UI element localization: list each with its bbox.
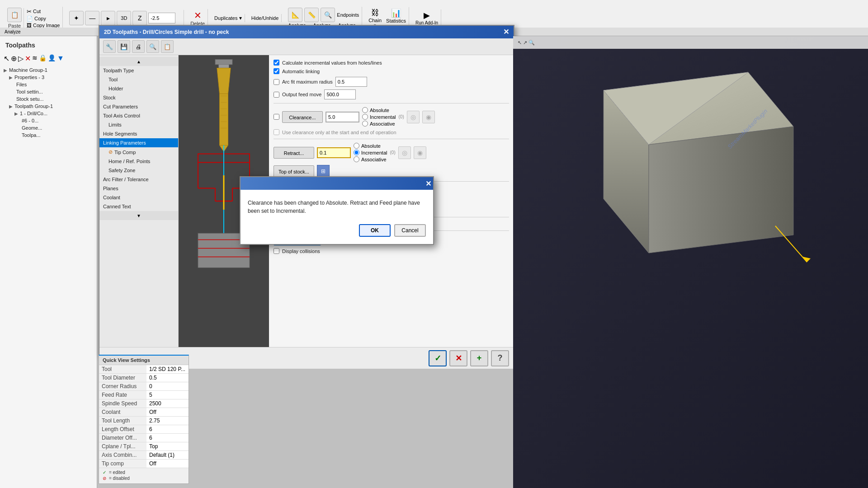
nav-item-stock[interactable]: Stock	[99, 93, 178, 102]
draw-btn-2[interactable]: —	[85, 11, 99, 25]
tree-item[interactable]: ▶Toolpath Group-1	[2, 103, 95, 110]
dialog-ok-button[interactable]: ✓	[429, 350, 447, 366]
overlay-buttons: OK Cancel	[248, 224, 426, 237]
arc-fit-input[interactable]	[335, 77, 367, 87]
run-addin-button[interactable]: ▶ Run Add-In	[415, 10, 438, 25]
clearance-button[interactable]: Clearance...	[282, 111, 323, 123]
z-value-display[interactable]: -2.5	[148, 13, 175, 23]
nav-item-safety-zone[interactable]: Safety Zone	[99, 166, 178, 175]
clearance-input[interactable]	[326, 112, 359, 122]
tree-item[interactable]: Stock setu...	[2, 95, 95, 103]
draw-btn-3[interactable]: ▸	[101, 11, 115, 25]
sidebar-icon-1[interactable]: ↖	[4, 54, 9, 63]
qv-label: Coolant	[99, 408, 146, 416]
draw-tools-group: ✦ — ▸ 3D Z -2.5	[66, 10, 184, 26]
dlg-tool-1[interactable]: 🔧	[103, 40, 116, 53]
nav-item-limits[interactable]: Limits	[99, 120, 178, 129]
nav-item-cut-parameters[interactable]: Cut Parameters	[99, 102, 178, 111]
overlay-message: Clearance has been changed to Absolute. …	[248, 199, 426, 215]
nav-item-arc-filter-/-tolerance[interactable]: Arc Filter / Tolerance	[99, 175, 178, 184]
sidebar-icon-7[interactable]: ▼	[57, 54, 64, 63]
clearance-radio-group: Absolute Incremental Associative	[362, 107, 396, 127]
use-clearance-row: Use clearance only at the start and end …	[274, 129, 509, 135]
nav-item-linking-parameters[interactable]: Linking Parameters	[99, 138, 178, 147]
dlg-tool-4[interactable]: 🔍	[146, 40, 159, 53]
nav-item-holder[interactable]: Holder	[99, 84, 178, 93]
output-feed-input[interactable]	[324, 89, 356, 99]
nav-scroll-down[interactable]: ▼	[99, 211, 178, 220]
auto-linking-checkbox[interactable]	[274, 68, 279, 74]
nav-item-tool-axis-control[interactable]: Tool Axis Control	[99, 111, 178, 120]
qv-label: Spindle Speed	[99, 399, 146, 408]
retract-button[interactable]: Retract...	[274, 147, 314, 159]
tree-item[interactable]: Files	[2, 81, 95, 88]
overlay-close-button[interactable]: ✕	[425, 179, 431, 188]
retract-associative-radio[interactable]	[354, 156, 359, 162]
output-feed-checkbox[interactable]	[274, 92, 279, 98]
retract-absolute-radio[interactable]	[354, 143, 359, 149]
dlg-tool-5[interactable]: 📋	[161, 40, 174, 53]
cut-button[interactable]: ✂ Cut	[27, 8, 60, 15]
legend-edited-text: = edited	[109, 470, 125, 475]
clearance-icon-2: ◉	[422, 111, 435, 123]
dialog-add-button[interactable]: +	[470, 350, 488, 366]
tree-item[interactable]: ▶1 - Drill/Co...	[2, 110, 95, 117]
sidebar-icon-6[interactable]: 👤	[48, 54, 56, 63]
nav-item-tool[interactable]: Tool	[99, 75, 178, 84]
nav-item-hole-segments[interactable]: Hole Segments	[99, 129, 178, 138]
nav-items-container: Toolpath TypeToolHolderStockCut Paramete…	[99, 66, 178, 211]
tree-item[interactable]: Geome...	[2, 124, 95, 131]
overlay-cancel-button[interactable]: Cancel	[394, 224, 426, 237]
tree-container: ▶Machine Group-1▶Properties - 3FilesTool…	[2, 66, 95, 139]
analyze-btn-2[interactable]: 📏	[304, 8, 319, 22]
draw-btn-4[interactable]: 3D	[117, 11, 131, 25]
feed-plane-button[interactable]: Top of stock...	[274, 165, 314, 177]
paste-button[interactable]: 📋	[7, 8, 22, 22]
dlg-tool-3[interactable]: 🖨	[132, 40, 145, 53]
sidebar-icon-stop[interactable]: ✕	[25, 54, 31, 63]
overlay-ok-button[interactable]: OK	[359, 224, 391, 237]
duplicates-button[interactable]: Duplicates ▾	[214, 15, 242, 21]
sidebar-icon-4[interactable]: ≋	[32, 54, 38, 63]
qv-value: 0	[146, 382, 189, 390]
draw-btn-5[interactable]: Z	[132, 11, 147, 25]
nav-item-home-/-ref.-points[interactable]: Home / Ref. Points	[99, 157, 178, 166]
dialog-close-button[interactable]: ✕	[503, 28, 509, 36]
sidebar-icon-5[interactable]: 🔒	[39, 54, 47, 63]
nav-item-toolpath-type[interactable]: Toolpath Type	[99, 66, 178, 75]
display-collisions-checkbox[interactable]	[274, 248, 279, 254]
clearance-absolute-radio[interactable]	[362, 107, 368, 113]
tree-item[interactable]: ▶Properties - 3	[2, 74, 95, 81]
analyze-btn-1[interactable]: 📐	[288, 8, 302, 22]
sidebar-icon-3[interactable]: ▷	[18, 54, 24, 63]
nav-item-coolant[interactable]: Coolant	[99, 193, 178, 202]
draw-btn-1[interactable]: ✦	[69, 11, 84, 25]
sidebar-icon-2[interactable]: ⊕	[11, 54, 17, 63]
analyze-btn-3[interactable]: 🔍	[321, 8, 335, 22]
retract-input[interactable]	[317, 147, 351, 158]
nav-item-tip-comp[interactable]: ⊘ Tip Comp	[99, 147, 178, 157]
retract-incremental-radio[interactable]	[354, 150, 359, 155]
clearance-incremental-radio[interactable]	[362, 114, 368, 120]
copy-button[interactable]: 📄 Copy	[27, 16, 60, 22]
dialog-cancel-button[interactable]: ✕	[449, 350, 467, 366]
nav-scroll-up[interactable]: ▲	[99, 57, 178, 66]
use-clearance-checkbox[interactable]	[274, 129, 279, 135]
tree-item[interactable]: Tool settin...	[2, 88, 95, 95]
copy-image-button[interactable]: 🖼 Copy Image	[27, 23, 60, 28]
nav-item-planes[interactable]: Planes	[99, 184, 178, 193]
qv-value: 2.75	[146, 417, 189, 425]
3d-view: StreamMarketPlugin ↖ ↗ 🔍	[513, 36, 868, 488]
qv-value: Default (1)	[146, 451, 189, 459]
dialog-help-button[interactable]: ?	[491, 350, 509, 366]
tree-item[interactable]: ▶Machine Group-1	[2, 66, 95, 74]
tree-item[interactable]: #6 - 0...	[2, 117, 95, 124]
clearance-associative-radio[interactable]	[362, 121, 368, 127]
clearance-checkbox[interactable]	[274, 114, 279, 120]
tree-item[interactable]: Toolpa...	[2, 131, 95, 139]
dlg-tool-2[interactable]: 💾	[118, 40, 130, 53]
arc-fit-checkbox[interactable]	[274, 79, 279, 85]
nav-item-canned-text[interactable]: Canned Text	[99, 202, 178, 211]
hide-unhide-button[interactable]: Hide/Unhide	[251, 15, 279, 21]
calc-incremental-checkbox[interactable]	[274, 60, 279, 66]
